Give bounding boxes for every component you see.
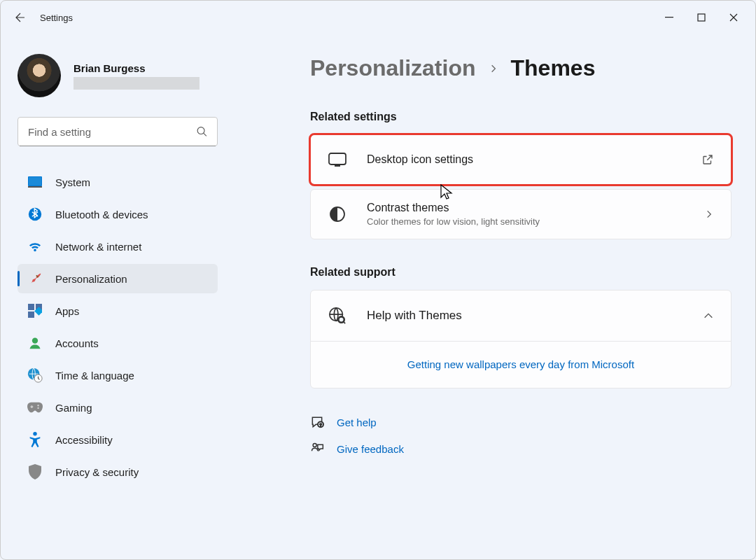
search-icon	[196, 126, 208, 138]
related-settings-section: Related settings Desktop icon settings C…	[310, 111, 732, 239]
section-header: Related support	[310, 266, 732, 279]
chevron-right-icon	[704, 209, 714, 219]
card-title: Help with Themes	[367, 309, 703, 323]
minimize-icon	[665, 13, 673, 22]
breadcrumb-current: Themes	[511, 55, 596, 81]
nav: System Bluetooth & devices Network & int…	[18, 167, 218, 486]
close-icon	[729, 13, 738, 22]
chevron-right-icon	[489, 64, 498, 74]
svg-point-14	[37, 405, 38, 406]
nav-label: Bluetooth & devices	[55, 209, 148, 220]
section-header: Related settings	[310, 111, 732, 123]
globe-search-icon	[328, 307, 347, 325]
svg-rect-5	[28, 186, 42, 188]
nav-label: Privacy & security	[55, 466, 139, 478]
link-label: Give feedback	[337, 443, 404, 455]
profile-block[interactable]: Brian Burgess	[18, 54, 218, 97]
help-with-themes-header[interactable]: Help with Themes	[311, 290, 731, 341]
feedback-icon	[310, 442, 324, 456]
nav-accounts[interactable]: Accounts	[18, 328, 218, 358]
nav-time[interactable]: Time & language	[18, 360, 218, 390]
shield-icon	[27, 464, 43, 479]
arrow-left-icon	[14, 11, 27, 24]
open-external-icon	[701, 153, 714, 166]
nav-label: Accounts	[55, 337, 99, 349]
related-support-section: Related support Help with Themes Getting…	[310, 266, 732, 388]
person-icon	[27, 335, 43, 351]
card-subtitle: Color themes for low vision, light sensi…	[367, 216, 704, 227]
svg-rect-0	[665, 17, 673, 18]
card-title: Contrast themes	[367, 202, 704, 214]
nav-accessibility[interactable]: Accessibility	[18, 425, 218, 454]
svg-rect-7	[28, 304, 34, 310]
nav-label: Apps	[55, 305, 79, 317]
breadcrumb: Personalization Themes	[310, 55, 732, 81]
nav-label: System	[55, 176, 90, 188]
svg-rect-9	[28, 312, 34, 318]
desktop-icon-settings-card[interactable]: Desktop icon settings	[310, 134, 732, 185]
svg-point-11	[32, 338, 38, 344]
svg-rect-17	[329, 153, 346, 164]
window-controls	[653, 4, 750, 31]
nav-bluetooth[interactable]: Bluetooth & devices	[18, 200, 218, 229]
get-help-link[interactable]: ? Get help	[310, 415, 732, 429]
profile-name: Brian Burgess	[74, 62, 200, 74]
nav-apps[interactable]: Apps	[18, 296, 218, 326]
link-label: Get help	[337, 416, 377, 428]
svg-point-25	[313, 444, 316, 447]
svg-point-16	[33, 432, 37, 436]
nav-network[interactable]: Network & internet	[18, 232, 218, 261]
paintbrush-icon	[27, 271, 43, 286]
nav-label: Network & internet	[55, 241, 141, 253]
nav-label: Personalization	[55, 273, 127, 285]
chevron-up-icon	[703, 310, 714, 321]
globe-clock-icon	[27, 368, 43, 383]
bluetooth-icon	[27, 206, 43, 222]
profile-email-redacted	[74, 77, 200, 90]
give-feedback-link[interactable]: Give feedback	[310, 442, 732, 456]
support-link[interactable]: Getting new wallpapers every day from Mi…	[407, 358, 634, 370]
gamepad-icon	[27, 400, 43, 415]
wifi-icon	[27, 239, 43, 254]
nav-label: Accessibility	[55, 434, 113, 446]
svg-point-2	[197, 127, 204, 134]
titlebar: Settings	[1, 1, 755, 34]
svg-rect-1	[698, 14, 705, 21]
breadcrumb-parent[interactable]: Personalization	[310, 55, 476, 81]
monitor-icon	[328, 153, 347, 167]
maximize-icon	[697, 13, 706, 22]
main-content: Personalization Themes Related settings …	[232, 34, 755, 559]
close-button[interactable]	[718, 4, 750, 31]
search-box	[18, 117, 218, 146]
minimize-button[interactable]	[653, 4, 685, 31]
help-links: ? Get help Give feedback	[310, 415, 732, 456]
search-input[interactable]	[18, 117, 218, 146]
help-with-themes-card: Help with Themes Getting new wallpapers …	[310, 290, 732, 388]
nav-personalization[interactable]: Personalization	[18, 264, 218, 293]
contrast-themes-card[interactable]: Contrast themes Color themes for low vis…	[310, 189, 732, 239]
card-title: Desktop icon settings	[367, 153, 701, 166]
avatar	[18, 54, 61, 97]
nav-system[interactable]: System	[18, 167, 218, 197]
nav-privacy[interactable]: Privacy & security	[18, 457, 218, 486]
apps-icon	[27, 303, 43, 318]
app-title: Settings	[40, 13, 73, 23]
svg-rect-4	[29, 177, 41, 186]
nav-label: Gaming	[55, 402, 92, 414]
sidebar: Brian Burgess System Bluetooth	[1, 34, 232, 559]
accessibility-icon	[27, 432, 43, 447]
contrast-icon	[328, 206, 347, 223]
svg-point-15	[37, 407, 38, 409]
system-icon	[27, 174, 43, 190]
nav-gaming[interactable]: Gaming	[18, 393, 218, 422]
back-button[interactable]	[6, 4, 34, 31]
maximize-button[interactable]	[685, 4, 718, 31]
nav-label: Time & language	[55, 370, 134, 382]
chat-help-icon: ?	[310, 415, 324, 429]
help-with-themes-body: Getting new wallpapers every day from Mi…	[311, 341, 731, 388]
